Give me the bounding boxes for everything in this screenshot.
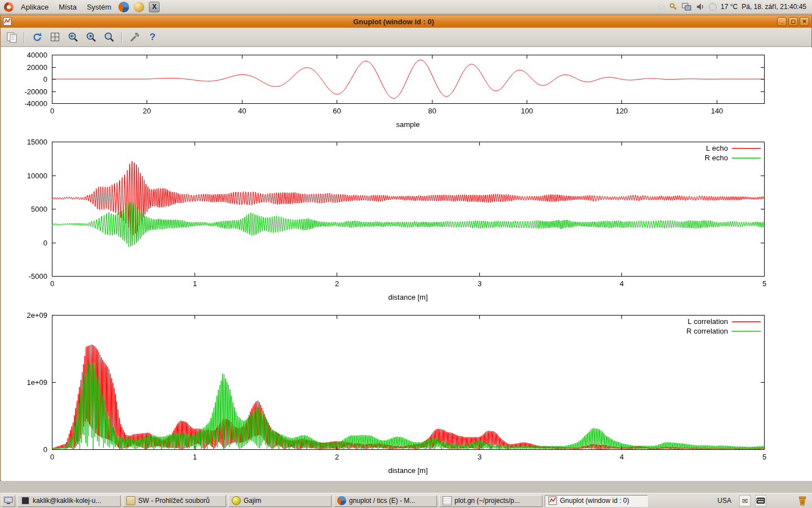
xterm-launcher-icon[interactable]: X: [149, 2, 160, 12]
weather-icon[interactable]: [709, 3, 717, 11]
menu-mista[interactable]: Místa: [54, 1, 81, 13]
zoom-next-button[interactable]: [83, 29, 99, 45]
configure-button[interactable]: [127, 29, 142, 45]
autoscale-button[interactable]: [102, 29, 117, 45]
toolbar-separator: [24, 32, 25, 43]
screens-icon[interactable]: [682, 3, 692, 11]
mail-tray-icon[interactable]: ✉: [739, 495, 751, 506]
maximize-button[interactable]: ▢: [788, 17, 798, 26]
taskbar-item-gajim[interactable]: Gajim: [228, 495, 332, 507]
minimize-button[interactable]: _: [777, 17, 787, 26]
replot-button[interactable]: [29, 29, 45, 45]
keyboard-tray-icon[interactable]: [755, 495, 766, 506]
taskbar-item-editor[interactable]: plot.gn (~/projects/p...: [439, 495, 542, 507]
clock-label[interactable]: Pá, 18. září, 21:40:45: [742, 3, 806, 11]
mail-icon[interactable]: ✉: [658, 2, 665, 12]
gnuplot-window: Gnuplot (window id : 0) _ ▢ ✕: [0, 15, 812, 481]
zoom-previous-button[interactable]: [65, 29, 81, 45]
file-manager-icon: [126, 496, 135, 505]
taskbar-item-gnuplot[interactable]: Gnuplot (window id : 0): [545, 495, 648, 507]
copy-to-clipboard-button[interactable]: [4, 29, 19, 45]
gajim-icon: [232, 496, 241, 505]
window-toolbar: ?: [1, 28, 811, 47]
help-icon: ?: [149, 32, 155, 43]
toolbar-separator: [121, 32, 122, 43]
system-tray: ✉ 17 °C Pá, 18. září, 21:40:45: [658, 2, 810, 12]
sphere-launcher-icon[interactable]: [134, 2, 144, 12]
top-panel: Aplikace Místa Systém X ✉ 17 °C Pá, 18. …: [0, 0, 812, 14]
firefox-icon: [337, 496, 346, 505]
text-editor-icon: [443, 496, 452, 505]
taskbar-item-terminal[interactable]: kaklik@kaklik-kolej-u...: [17, 495, 121, 507]
firefox-launcher-icon[interactable]: [118, 2, 129, 12]
taskbar-item-browser[interactable]: gnuplot / tics (E) - M...: [334, 495, 437, 507]
window-icon: [3, 17, 12, 26]
gnuplot-icon: [548, 496, 557, 505]
key-icon[interactable]: [669, 2, 678, 11]
window-title: Gnuplot (window id : 0): [12, 17, 775, 26]
taskbar-item-file-manager[interactable]: SW - Prohlížeč souborů: [123, 495, 226, 507]
show-desktop-button[interactable]: [2, 495, 15, 507]
gnuplot-plots-canvas[interactable]: [1, 47, 812, 481]
window-titlebar[interactable]: Gnuplot (window id : 0) _ ▢ ✕: [1, 15, 811, 28]
plot-area: [1, 47, 811, 480]
volume-icon[interactable]: [696, 2, 705, 11]
menu-aplikace[interactable]: Aplikace: [16, 1, 53, 13]
terminal-icon: [21, 496, 30, 505]
menu-system[interactable]: Systém: [82, 1, 116, 13]
taskbar-tray: USA ✉: [714, 495, 810, 506]
trash-icon[interactable]: [797, 495, 808, 506]
keyboard-layout-indicator[interactable]: USA: [714, 496, 735, 506]
temperature-label[interactable]: 17 °C: [721, 3, 738, 11]
toggle-grid-button[interactable]: [47, 29, 63, 45]
grid-icon: [51, 33, 59, 41]
close-button[interactable]: ✕: [800, 17, 809, 26]
desktop: Aplikace Místa Systém X ✉ 17 °C Pá, 18. …: [0, 0, 812, 508]
ubuntu-logo-icon[interactable]: [4, 2, 14, 12]
help-button[interactable]: ?: [145, 29, 160, 45]
taskbar: kaklik@kaklik-kolej-u... SW - Prohlížeč …: [0, 493, 812, 508]
